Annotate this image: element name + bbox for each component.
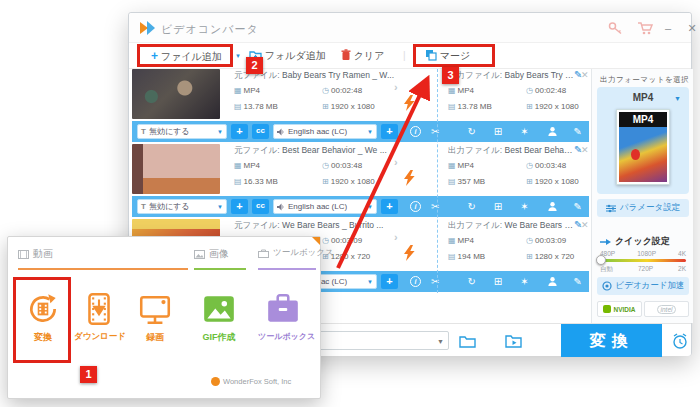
- resolution-icon: ⊞: [322, 177, 329, 186]
- window-title: ビデオコンバータ: [161, 22, 259, 37]
- source-duration: 00:03:09: [331, 236, 362, 245]
- merge-button[interactable]: マージ: [425, 48, 470, 64]
- effect-icon[interactable]: ✶: [520, 271, 528, 292]
- add-folder-label: フォルダ追加: [265, 50, 326, 61]
- rotate-icon[interactable]: ↻: [467, 196, 475, 217]
- video-section-header: 動画: [18, 247, 53, 261]
- register-key-icon[interactable]: [607, 21, 623, 35]
- info-icon[interactable]: i: [410, 276, 421, 287]
- video-thumbnail[interactable]: [132, 69, 220, 119]
- watermark-icon[interactable]: [547, 276, 558, 287]
- cc-button[interactable]: cc: [252, 124, 269, 139]
- info-icon[interactable]: i: [410, 201, 421, 212]
- source-resolution: 1920 x 1080: [331, 102, 375, 111]
- add-subtitle-button[interactable]: +: [231, 199, 248, 214]
- quality-slider[interactable]: [600, 259, 686, 262]
- merge-label: マージ: [440, 50, 470, 61]
- media-folder-icon[interactable]: [505, 334, 522, 348]
- remove-file-icon[interactable]: ✕: [581, 220, 589, 230]
- subtitle-select[interactable]: T 無効にする ▼: [137, 199, 227, 214]
- video-thumbnail[interactable]: [132, 144, 220, 194]
- audio-track-select[interactable]: English aac (LC) ▼: [273, 199, 377, 214]
- add-subtitle-button[interactable]: +: [231, 124, 248, 139]
- edit-icon[interactable]: ✎: [574, 121, 582, 142]
- tile-gif[interactable]: GIF作成: [194, 283, 244, 359]
- tile-record[interactable]: 録画: [130, 283, 180, 359]
- crop-icon[interactable]: ⊞: [494, 121, 502, 142]
- schedule-clock-icon[interactable]: [671, 332, 689, 350]
- slider-knob[interactable]: [596, 255, 606, 265]
- file-size-icon: ▤: [448, 177, 456, 186]
- add-file-caret-icon[interactable]: ▼: [235, 48, 241, 64]
- output-format: MP4: [458, 236, 474, 245]
- clear-button[interactable]: クリア: [341, 48, 384, 64]
- caret-down-icon: ▼: [217, 129, 223, 135]
- rotate-icon[interactable]: ↻: [467, 271, 475, 292]
- add-file-button[interactable]: + ファイル追加: [151, 48, 222, 64]
- effect-icon[interactable]: ✶: [520, 196, 528, 217]
- output-resolution: 1920 x 1080: [535, 102, 579, 111]
- add-audio-button[interactable]: +: [381, 274, 398, 289]
- hw-accel-bolt-icon: [404, 245, 415, 261]
- output-format: MP4: [458, 86, 474, 95]
- file-row: 元ファイル: Best Bear Behavior _ We ... ▦MP4 …: [132, 144, 589, 217]
- source-size: 13.78 MB: [244, 102, 278, 111]
- tile-toolbox[interactable]: ツールボックス: [258, 283, 308, 359]
- track-toolbar: T 無効にする ▼ + cc English aac (LC) ▼ + i ✂ …: [132, 121, 589, 142]
- source-duration: 00:03:48: [331, 161, 362, 170]
- tile-convert[interactable]: 変換: [18, 283, 68, 359]
- slider-top-labels: 480P 1080P 4K: [600, 250, 686, 257]
- image-section-header: 画像: [194, 247, 229, 261]
- sliders-icon: [606, 204, 616, 213]
- source-size: 16.33 MB: [244, 177, 278, 186]
- edit-icon[interactable]: ✎: [574, 196, 582, 217]
- convert-button[interactable]: 変換: [561, 324, 662, 357]
- close-button[interactable]: ✕: [681, 20, 700, 36]
- caret-down-icon[interactable]: ▼: [674, 95, 681, 102]
- image-section-underline: [194, 268, 246, 270]
- format-thumbnail[interactable]: MP4: [616, 109, 670, 185]
- cart-icon[interactable]: [637, 21, 653, 35]
- app-logo-icon: [139, 20, 156, 36]
- trim-scissors-icon[interactable]: ✂: [431, 196, 439, 217]
- arrow-right-icon: [600, 238, 611, 246]
- intel-button[interactable]: intel: [644, 301, 689, 317]
- open-folder-icon[interactable]: [459, 335, 476, 348]
- trash-icon: [341, 49, 351, 61]
- format-art: [619, 127, 667, 182]
- clock-icon: ◷: [322, 86, 329, 95]
- minimize-button[interactable]: –: [657, 20, 679, 36]
- parameter-settings-button[interactable]: パラメータ設定: [597, 199, 689, 217]
- subtitle-select[interactable]: T 無効にする ▼: [137, 124, 227, 139]
- hw-accel-bolt-icon: [404, 95, 415, 111]
- add-audio-button[interactable]: +: [381, 124, 398, 139]
- audio-track-select[interactable]: English aac (LC) ▼: [273, 124, 377, 139]
- output-size: 194 MB: [458, 252, 486, 261]
- add-audio-button[interactable]: +: [381, 199, 398, 214]
- toolbox-icon: [265, 291, 301, 327]
- effect-icon[interactable]: ✶: [520, 121, 528, 142]
- toolbox-section-underline: [258, 268, 316, 270]
- crop-icon[interactable]: ⊞: [494, 196, 502, 217]
- briefcase-icon: [258, 249, 269, 258]
- slider-bottom-labels: 自動 720P 2K: [600, 265, 686, 274]
- info-icon[interactable]: i: [410, 126, 421, 137]
- resolution-icon: ⊞: [526, 177, 533, 186]
- trim-scissors-icon[interactable]: ✂: [431, 271, 439, 292]
- cc-button[interactable]: cc: [252, 199, 269, 214]
- crop-icon[interactable]: ⊞: [494, 271, 502, 292]
- remove-file-icon[interactable]: ✕: [581, 145, 589, 155]
- nvidia-button[interactable]: NVIDIA: [597, 301, 642, 317]
- caret-down-icon: ▼: [437, 338, 444, 345]
- toolbar-separator: |: [403, 48, 406, 64]
- source-format: MP4: [244, 161, 260, 170]
- tile-download[interactable]: ダウンロード: [74, 283, 124, 359]
- output-size: 357 MB: [458, 177, 486, 186]
- watermark-icon[interactable]: [547, 126, 558, 137]
- remove-file-icon[interactable]: ✕: [581, 70, 589, 80]
- trim-scissors-icon[interactable]: ✂: [431, 121, 439, 142]
- watermark-icon[interactable]: [547, 201, 558, 212]
- gpu-accel-button[interactable]: ビデオカード加速: [597, 277, 689, 295]
- rotate-icon[interactable]: ↻: [467, 121, 475, 142]
- edit-icon[interactable]: ✎: [574, 271, 582, 292]
